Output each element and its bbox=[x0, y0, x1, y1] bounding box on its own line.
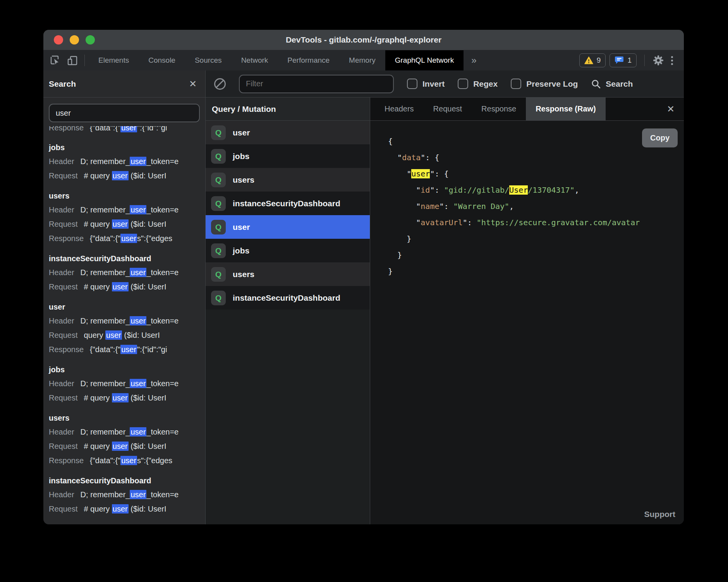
query-type-icon: Q bbox=[211, 220, 226, 235]
search-result-group: userHeaderD; remember_user_token=eReques… bbox=[49, 303, 205, 357]
value-text: # query bbox=[84, 171, 112, 180]
result-row-label: Response bbox=[49, 342, 84, 357]
response-tab-response[interactable]: Response bbox=[472, 98, 526, 120]
search-result-group: usersHeaderD; remember_user_token=eReque… bbox=[49, 192, 205, 246]
tab-performance[interactable]: Performance bbox=[278, 50, 339, 70]
value-text: ($id: UserI bbox=[122, 331, 160, 339]
block-requests-icon[interactable] bbox=[214, 78, 226, 90]
search-input[interactable] bbox=[49, 104, 200, 122]
filter-checkbox-invert[interactable]: Invert bbox=[407, 79, 445, 89]
json-token: " bbox=[416, 202, 421, 211]
json-token: " bbox=[416, 218, 421, 227]
json-token: "Warren Day" bbox=[453, 202, 510, 211]
filter-checkboxes: InvertRegexPreserve Log bbox=[407, 79, 578, 89]
search-result-row[interactable]: Requestquery user ($id: UserI bbox=[49, 328, 205, 342]
value-text: {"data":{" bbox=[90, 126, 120, 132]
json-indent bbox=[388, 202, 416, 211]
settings-gear-icon[interactable] bbox=[652, 55, 664, 66]
support-link[interactable]: Support bbox=[644, 510, 675, 519]
search-result-row[interactable]: Request# query user ($id: UserI bbox=[49, 439, 205, 454]
query-list-item-user[interactable]: Quser bbox=[206, 121, 370, 144]
search-result-row[interactable]: HeaderD; remember_user_token=e bbox=[49, 314, 205, 328]
tab-graphql-network[interactable]: GraphQL Network bbox=[385, 50, 464, 70]
search-result-row[interactable]: HeaderD; remember_user_token=e bbox=[49, 154, 205, 169]
warnings-badge[interactable]: 9 bbox=[579, 53, 606, 67]
query-list-item-users[interactable]: Qusers bbox=[206, 168, 370, 192]
match-highlight: user bbox=[130, 490, 146, 499]
result-row-value: D; remember_user_token=e bbox=[81, 154, 179, 169]
value-text: D; remember_ bbox=[81, 490, 130, 499]
result-row-label: Header bbox=[49, 203, 74, 217]
device-toolbar-icon[interactable] bbox=[67, 55, 78, 66]
messages-badge[interactable]: 1 bbox=[610, 53, 637, 67]
search-result-row[interactable]: HeaderD; remember_user_token=e bbox=[49, 203, 205, 217]
kebab-menu-icon[interactable] bbox=[668, 56, 676, 65]
search-result-row[interactable]: Response{"data":{"user":{"id":"gi bbox=[49, 126, 205, 135]
json-token: , bbox=[509, 202, 514, 211]
tab-network[interactable]: Network bbox=[232, 50, 278, 70]
search-result-row[interactable]: HeaderD; remember_user_token=e bbox=[49, 488, 205, 502]
result-row-label: Response bbox=[49, 231, 84, 246]
tab-elements[interactable]: Elements bbox=[89, 50, 139, 70]
value-text: # query bbox=[84, 282, 112, 291]
network-search[interactable]: Search bbox=[591, 79, 633, 89]
filter-checkbox-regex[interactable]: Regex bbox=[458, 79, 498, 89]
json-indent bbox=[388, 169, 407, 178]
search-panel-title: Search bbox=[49, 79, 76, 89]
search-result-row[interactable]: HeaderD; remember_user_token=e bbox=[49, 265, 205, 280]
titlebar: DevTools - gitlab.com/-/graphql-explorer bbox=[43, 30, 684, 50]
query-list-item-jobs[interactable]: Qjobs bbox=[206, 144, 370, 168]
search-magnifier-icon bbox=[591, 79, 601, 89]
match-highlight: user bbox=[130, 205, 146, 214]
query-list-item-users[interactable]: Qusers bbox=[206, 262, 370, 286]
json-line: } bbox=[388, 247, 684, 263]
search-panel: Search ✕ Response{"data":{"user":{"id":"… bbox=[43, 70, 206, 524]
inspect-element-icon[interactable] bbox=[50, 55, 61, 66]
query-type-icon: Q bbox=[211, 173, 226, 187]
response-tab-request[interactable]: Request bbox=[424, 98, 472, 120]
search-result-row[interactable]: Request# query user ($id: UserI bbox=[49, 502, 205, 516]
value-text: ($id: UserI bbox=[129, 171, 167, 180]
search-result-group: jobsHeaderD; remember_user_token=eReques… bbox=[49, 365, 205, 405]
search-result-row[interactable]: Response{"data":{"users":{"edges bbox=[49, 231, 205, 246]
match-highlight: user bbox=[112, 504, 129, 514]
value-text: query bbox=[84, 331, 106, 339]
search-result-row[interactable]: Request# query user ($id: UserI bbox=[49, 391, 205, 405]
query-list-item-user[interactable]: Quser bbox=[206, 215, 370, 239]
search-result-row[interactable]: Response{"data":{"user":{"id":"gi bbox=[49, 342, 205, 357]
json-line: { bbox=[388, 133, 684, 149]
copy-button[interactable]: Copy bbox=[642, 128, 678, 147]
search-result-row[interactable]: Request# query user ($id: UserI bbox=[49, 169, 205, 183]
json-token: ": { bbox=[421, 153, 439, 162]
response-content: { "data": { "user": { "id": "gid://gitla… bbox=[370, 121, 684, 524]
tab-memory[interactable]: Memory bbox=[339, 50, 385, 70]
result-row-value: D; remember_user_token=e bbox=[81, 203, 179, 217]
response-tab-response-raw[interactable]: Response (Raw) bbox=[526, 98, 606, 120]
query-list-item-instancesecuritydashboard[interactable]: QinstanceSecurityDashboard bbox=[206, 286, 370, 310]
search-result-row[interactable]: Request# query user ($id: UserI bbox=[49, 280, 205, 294]
query-list-item-jobs[interactable]: Qjobs bbox=[206, 239, 370, 262]
network-search-label: Search bbox=[606, 79, 633, 89]
more-tabs-chevron-icon[interactable]: » bbox=[464, 50, 484, 70]
response-tab-headers[interactable]: Headers bbox=[375, 98, 424, 120]
query-list-item-instancesecuritydashboard[interactable]: QinstanceSecurityDashboard bbox=[206, 192, 370, 215]
search-result-row[interactable]: HeaderD; remember_user_token=e bbox=[49, 425, 205, 439]
tab-console[interactable]: Console bbox=[139, 50, 185, 70]
search-result-row[interactable]: Request# query user ($id: UserI bbox=[49, 217, 205, 231]
search-result-row[interactable]: HeaderD; remember_user_token=e bbox=[49, 377, 205, 391]
json-line: "name": "Warren Day", bbox=[388, 198, 684, 214]
filter-checkbox-preserve-log[interactable]: Preserve Log bbox=[511, 79, 578, 89]
checkbox-label: Regex bbox=[473, 79, 498, 89]
close-search-icon[interactable]: ✕ bbox=[189, 79, 197, 89]
tab-sources[interactable]: Sources bbox=[185, 50, 232, 70]
json-token: name bbox=[421, 202, 439, 211]
result-row-value: # query user ($id: UserI bbox=[84, 169, 167, 183]
close-detail-icon[interactable]: ✕ bbox=[658, 98, 684, 120]
filter-input[interactable] bbox=[239, 75, 394, 93]
match-highlight: user bbox=[105, 330, 122, 340]
match-highlight: user bbox=[112, 282, 129, 291]
search-result-row[interactable]: Response{"data":{"users":{"edges bbox=[49, 454, 205, 468]
json-token: " bbox=[397, 153, 402, 162]
query-type-icon: Q bbox=[211, 267, 226, 282]
value-text: {"data":{" bbox=[90, 345, 120, 354]
